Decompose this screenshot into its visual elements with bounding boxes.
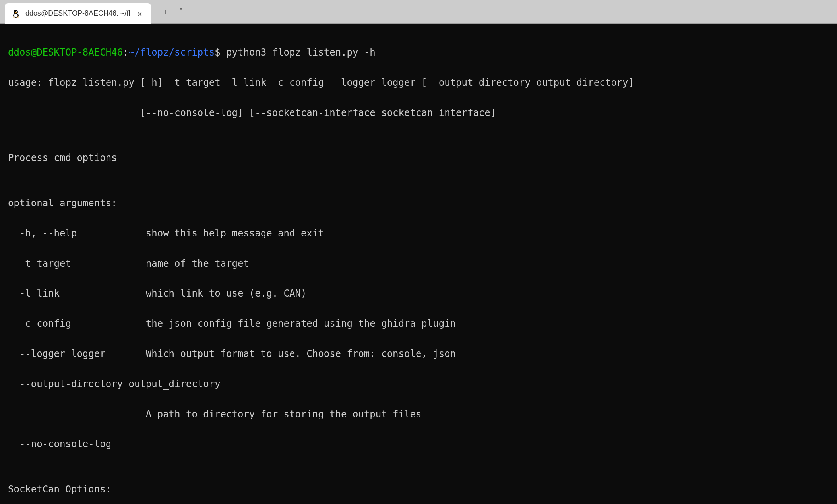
- tab-active[interactable]: ddos@DESKTOP-8AECH46: ~/fl ✕: [5, 3, 151, 24]
- tab-title: ddos@DESKTOP-8AECH46: ~/fl: [25, 9, 130, 17]
- close-icon[interactable]: ✕: [135, 8, 145, 19]
- output-line: SocketCan Options:: [8, 482, 829, 497]
- svg-point-9: [17, 16, 19, 17]
- output-line: -t target name of the target: [8, 256, 829, 271]
- prompt-user: ddos@DESKTOP-8AECH46: [8, 47, 123, 58]
- tux-icon: [11, 9, 21, 18]
- output-line: optional arguments:: [8, 196, 829, 211]
- new-tab-button[interactable]: +: [163, 7, 168, 17]
- output-line: [--no-console-log] [--socketcan-interfac…: [8, 106, 829, 121]
- svg-point-5: [15, 11, 15, 12]
- output-line: --no-console-log: [8, 437, 829, 452]
- output-line: -l link which link to use (e.g. CAN): [8, 286, 829, 301]
- output-line: --logger logger Which output format to u…: [8, 347, 829, 362]
- prompt-path: ~/flopz/scripts: [128, 47, 215, 58]
- tab-dropdown-button[interactable]: ˅: [179, 7, 183, 17]
- svg-point-6: [16, 11, 17, 12]
- terminal-content[interactable]: ddos@DESKTOP-8AECH46:~/flopz/scripts$ py…: [0, 24, 837, 504]
- prompt-dollar: $: [215, 47, 220, 58]
- output-line: -c config the json config file generated…: [8, 316, 829, 331]
- output-line: --output-directory output_directory: [8, 377, 829, 392]
- output-line: Process cmd options: [8, 151, 829, 166]
- output-line: -h, --help show this help message and ex…: [8, 226, 829, 241]
- prompt-colon: :: [123, 47, 128, 58]
- prompt-line: ddos@DESKTOP-8AECH46:~/flopz/scripts$ py…: [8, 45, 829, 60]
- svg-point-7: [15, 12, 17, 13]
- svg-point-8: [13, 16, 15, 17]
- titlebar: ddos@DESKTOP-8AECH46: ~/fl ✕ + ˅: [0, 0, 837, 24]
- command-text: python3 flopz_listen.py -h: [221, 47, 376, 58]
- output-line: usage: flopz_listen.py [-h] -t target -l…: [8, 76, 829, 91]
- output-line: A path to directory for storing the outp…: [8, 407, 829, 422]
- titlebar-controls: + ˅: [163, 7, 184, 17]
